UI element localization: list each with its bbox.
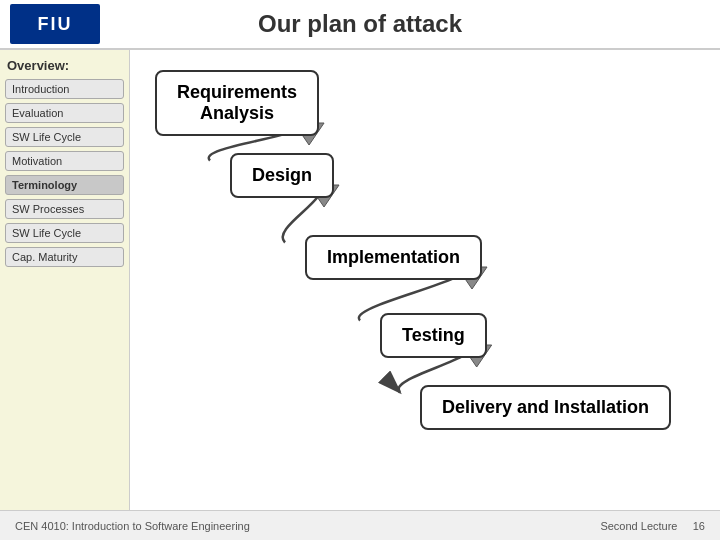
footer: CEN 4010: Introduction to Software Engin… [0,510,720,540]
step-step3: Implementation [305,235,482,280]
step-box-step4: Testing [380,313,487,358]
sidebar-item-sw-life-cycle[interactable]: SW Life Cycle [5,127,124,147]
step-step2: Design [230,153,334,198]
sidebar-overview-label: Overview: [5,58,124,73]
sidebar-item-evaluation[interactable]: Evaluation [5,103,124,123]
page-title: Our plan of attack [258,10,462,38]
step-box-step2: Design [230,153,334,198]
header: FIU Our plan of attack [0,0,720,50]
sidebar-item-introduction[interactable]: Introduction [5,79,124,99]
step-box-step3: Implementation [305,235,482,280]
logo-area: FIU [10,4,100,44]
step-step1: Requirements Analysis [155,70,319,136]
footer-right: Second Lecture 16 [600,520,705,532]
footer-page: 16 [693,520,705,532]
logo-text: FIU [38,14,73,35]
sidebar-items-container: IntroductionEvaluationSW Life CycleMotiv… [5,79,124,267]
logo: FIU [10,4,100,44]
footer-lecture: Second Lecture [600,520,677,532]
step-step5: Delivery and Installation [420,385,671,430]
content-area: Requirements AnalysisDesignImplementatio… [130,50,720,510]
sidebar-item-cap-maturity[interactable]: Cap. Maturity [5,247,124,267]
step-box-step1: Requirements Analysis [155,70,319,136]
sidebar-item-sw-life-cycle2[interactable]: SW Life Cycle [5,223,124,243]
footer-course: CEN 4010: Introduction to Software Engin… [15,520,250,532]
sidebar-item-motivation[interactable]: Motivation [5,151,124,171]
main-layout: Overview: IntroductionEvaluationSW Life … [0,50,720,510]
sidebar: Overview: IntroductionEvaluationSW Life … [0,50,130,510]
sidebar-item-terminology[interactable]: Terminology [5,175,124,195]
step-step4: Testing [380,313,487,358]
sidebar-item-sw-processes[interactable]: SW Processes [5,199,124,219]
step-box-step5: Delivery and Installation [420,385,671,430]
steps-container: Requirements AnalysisDesignImplementatio… [150,65,700,495]
